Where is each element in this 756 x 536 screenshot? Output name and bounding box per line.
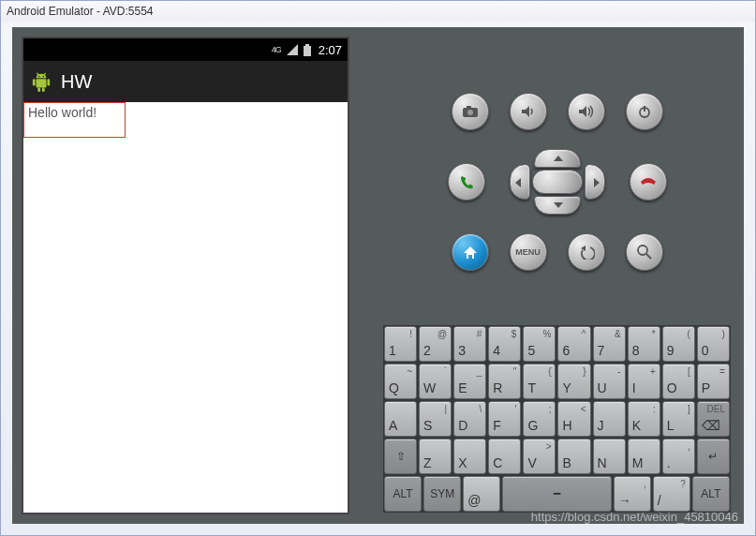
dpad-down[interactable] (534, 196, 581, 215)
key-r[interactable]: R" (488, 364, 521, 399)
key-o[interactable]: O[ (662, 364, 695, 399)
key-.[interactable]: ., (662, 439, 695, 474)
key-row-3: AS|D\F'G;H<JK:L]DEL⌫ (383, 400, 731, 438)
svg-point-21 (638, 246, 647, 255)
network-label: 4G (272, 45, 281, 54)
svg-point-11 (43, 76, 44, 77)
volume-up-button[interactable] (568, 93, 605, 130)
key-row-5: ALTSYM@━→,/?ALT (383, 475, 731, 513)
window-title: Android Emulator - AVD:5554 (1, 1, 755, 22)
dpad (506, 149, 609, 215)
key-w[interactable]: W` (419, 364, 452, 399)
key-p[interactable]: P= (697, 364, 730, 399)
emulator-window: Android Emulator - AVD:5554 4G 2:07 (0, 0, 756, 536)
hello-text: Hello world! (23, 102, 126, 138)
dpad-left[interactable] (510, 164, 530, 200)
phone-wrap: 4G 2:07 (12, 27, 359, 524)
signal-icon (287, 44, 298, 55)
key-j[interactable]: J (593, 401, 626, 437)
key-a[interactable]: A (384, 401, 417, 437)
key-alt[interactable]: ALT (384, 476, 422, 512)
dpad-center[interactable] (532, 170, 583, 194)
key-c[interactable]: C (488, 439, 521, 474)
call-button[interactable] (448, 163, 485, 201)
key-1[interactable]: 1! (384, 326, 417, 362)
camera-button[interactable] (452, 93, 489, 130)
stage: 4G 2:07 (12, 27, 744, 524)
key-z[interactable]: Z (419, 439, 452, 474)
keyboard: 1!2@3#4$5%6^7&8*9(0) Q~W`E_R"T{Y}U-I+O[P… (383, 325, 731, 513)
svg-marker-16 (579, 106, 586, 117)
search-button[interactable] (626, 233, 663, 271)
battery-icon (304, 44, 311, 56)
key-y[interactable]: Y} (557, 364, 590, 399)
key-alt[interactable]: ALT (692, 476, 730, 512)
key-l[interactable]: L] (662, 401, 695, 437)
key-0[interactable]: 0) (697, 326, 730, 362)
key-s[interactable]: S| (419, 401, 452, 437)
volume-down-button[interactable] (510, 93, 547, 130)
key-del[interactable]: DEL⌫ (697, 401, 730, 437)
status-bar: 4G 2:07 (23, 38, 348, 61)
clock: 2:07 (319, 43, 342, 57)
svg-rect-13 (467, 106, 471, 109)
key-8[interactable]: 8* (628, 326, 660, 362)
key-v[interactable]: V> (523, 439, 556, 474)
key-9[interactable]: 9( (662, 326, 695, 362)
android-icon (31, 70, 52, 93)
key-t[interactable]: T{ (523, 364, 556, 399)
key-enter[interactable]: ↵ (697, 439, 730, 474)
key-x[interactable]: X (453, 439, 486, 474)
svg-marker-19 (464, 246, 477, 259)
key-2[interactable]: 2@ (419, 326, 452, 362)
key-7[interactable]: 7& (593, 326, 626, 362)
menu-button[interactable]: MENU (510, 233, 547, 271)
svg-rect-7 (42, 87, 45, 92)
key-d[interactable]: D\ (453, 401, 486, 437)
app-content[interactable]: Hello world! (23, 102, 348, 513)
key-m[interactable]: M (628, 439, 660, 474)
key-u[interactable]: U- (593, 364, 626, 399)
key-row-1: 1!2@3#4$5%6^7&8*9(0) (383, 325, 731, 363)
hw-buttons: MENU (448, 93, 667, 271)
key-f[interactable]: F' (488, 401, 521, 437)
key-g[interactable]: G; (523, 401, 556, 437)
key-6[interactable]: 6^ (557, 326, 590, 362)
end-call-button[interactable] (630, 163, 667, 201)
svg-marker-20 (581, 246, 586, 251)
back-button[interactable] (568, 233, 605, 271)
key-h[interactable]: H< (557, 401, 590, 437)
key-n[interactable]: N (593, 439, 626, 474)
key-sym[interactable]: SYM (423, 476, 461, 512)
key-q[interactable]: Q~ (384, 364, 417, 399)
key-shift[interactable]: ⇧ (384, 439, 417, 474)
key-i[interactable]: I+ (628, 364, 660, 399)
svg-rect-5 (47, 79, 50, 85)
svg-line-9 (44, 73, 46, 76)
svg-line-22 (646, 254, 651, 259)
svg-rect-1 (305, 44, 309, 46)
dpad-up[interactable] (534, 149, 581, 168)
dpad-right[interactable] (585, 164, 605, 200)
key-row-2: Q~W`E_R"T{Y}U-I+O[P= (383, 363, 731, 400)
key-5[interactable]: 5% (523, 326, 556, 362)
key-3[interactable]: 3# (453, 326, 486, 362)
key-space[interactable]: ━ (502, 476, 611, 512)
key-k[interactable]: K: (628, 401, 660, 437)
app-bar: HW (23, 61, 348, 102)
key-e[interactable]: E_ (453, 364, 486, 399)
svg-rect-2 (304, 46, 311, 56)
svg-rect-3 (37, 79, 47, 87)
controls-panel: MENU 1!2@3#4$5%6^7&8*9(0) Q~W`E_R"T{Y}U-… (370, 27, 744, 524)
watermark: https://blog.csdn.net/weixin_45810046 (531, 510, 738, 524)
key-@[interactable]: @ (463, 476, 500, 512)
svg-marker-0 (287, 44, 298, 55)
key-b[interactable]: B (557, 439, 590, 474)
key-/[interactable]: /? (653, 476, 690, 512)
key-row-4: ⇧ZXCV>BNM.,↵ (383, 438, 731, 475)
key-→[interactable]: →, (614, 476, 651, 512)
home-button[interactable] (452, 233, 489, 271)
power-button[interactable] (626, 93, 663, 130)
svg-rect-4 (33, 79, 36, 85)
key-4[interactable]: 4$ (488, 326, 521, 362)
